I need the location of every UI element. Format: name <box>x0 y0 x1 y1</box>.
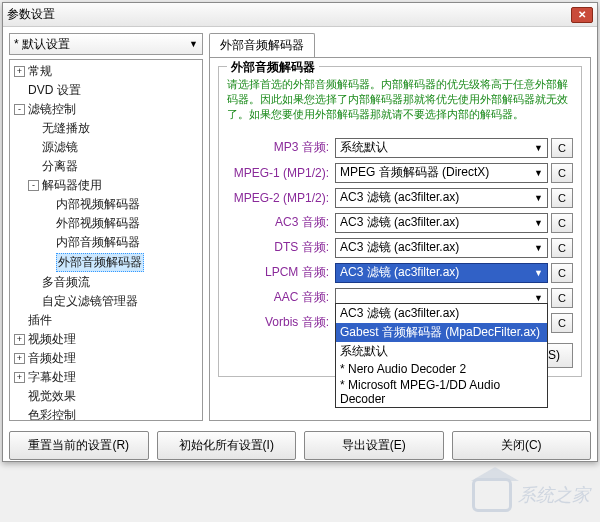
expand-icon[interactable]: + <box>14 372 25 383</box>
row-label: Vorbis 音频: <box>227 314 335 331</box>
tree-node-label[interactable]: 源滤镜 <box>42 139 78 156</box>
tree-node[interactable]: +常规 <box>10 62 202 81</box>
dropdown-option[interactable]: 系统默认 <box>336 342 547 361</box>
decoder-select-mpeg2[interactable]: AC3 滤镜 (ac3filter.ax)▼ <box>335 188 548 208</box>
tree-node-label[interactable]: 音频处理 <box>28 350 76 367</box>
tree-node-label[interactable]: 视觉效果 <box>28 388 76 405</box>
tree-node-label[interactable]: 自定义滤镜管理器 <box>42 293 138 310</box>
tree-node-label[interactable]: 字幕处理 <box>28 369 76 386</box>
dropdown-option[interactable]: * Nero Audio Decoder 2 <box>336 361 547 377</box>
tree-node[interactable]: +插件 <box>10 311 202 330</box>
decoder-select-dts[interactable]: AC3 滤镜 (ac3filter.ax)▼ <box>335 238 548 258</box>
select-value: AC3 滤镜 (ac3filter.ax) <box>340 264 459 281</box>
tree-node-label[interactable]: 色彩控制 <box>28 407 76 421</box>
row-label: AC3 音频: <box>227 214 335 231</box>
decoder-select-ac3[interactable]: AC3 滤镜 (ac3filter.ax)▼ <box>335 213 548 233</box>
tree-node[interactable]: +色彩控制 <box>10 406 202 421</box>
decoder-row-mpeg2: MPEG-2 (MP1/2):AC3 滤镜 (ac3filter.ax)▼C <box>227 188 573 208</box>
watermark: 系统之家 <box>472 478 590 512</box>
chevron-down-icon: ▼ <box>534 293 543 303</box>
row-label: LPCM 音频: <box>227 264 335 281</box>
tree-node-label[interactable]: 内部视频解码器 <box>56 196 140 213</box>
tree-node[interactable]: +DVD 设置 <box>10 81 202 100</box>
tree-node-label[interactable]: 滤镜控制 <box>28 101 76 118</box>
reset-current-button[interactable]: 重置当前的设置(R) <box>9 431 149 460</box>
tree-node-label[interactable]: 外部视频解码器 <box>56 215 140 232</box>
decoder-row-lpcm: LPCM 音频:AC3 滤镜 (ac3filter.ax)▼CAC3 滤镜 (a… <box>227 263 573 283</box>
window-close-button[interactable]: ✕ <box>571 7 593 23</box>
expand-icon[interactable]: + <box>14 353 25 364</box>
decoder-select-mp3[interactable]: 系统默认▼ <box>335 138 548 158</box>
tree-node[interactable]: -解码器使用 <box>10 176 202 195</box>
collapse-icon[interactable]: - <box>14 104 25 115</box>
clear-button[interactable]: C <box>551 213 573 233</box>
decoder-select-lpcm[interactable]: AC3 滤镜 (ac3filter.ax)▼ <box>335 263 548 283</box>
window-title: 参数设置 <box>7 6 571 23</box>
decoder-select-mpeg1[interactable]: MPEG 音频解码器 (DirectX)▼ <box>335 163 548 183</box>
tree-node[interactable]: +视频处理 <box>10 330 202 349</box>
chevron-down-icon: ▼ <box>534 268 543 278</box>
footer: 重置当前的设置(R) 初始化所有设置(I) 导出设置(E) 关闭(C) <box>3 427 597 464</box>
collapse-icon[interactable]: - <box>28 180 39 191</box>
select-value: MPEG 音频解码器 (DirectX) <box>340 164 489 181</box>
help-text: 请选择首选的外部音频解码器。内部解码器的优先级将高于任意外部解码器。因此如果您选… <box>227 77 573 122</box>
tree-node-label[interactable]: 解码器使用 <box>42 177 102 194</box>
decoder-row-dts: DTS 音频:AC3 滤镜 (ac3filter.ax)▼C <box>227 238 573 258</box>
tree-node-label[interactable]: DVD 设置 <box>28 82 81 99</box>
tree-node[interactable]: +内部音频解码器 <box>10 233 202 252</box>
tree-node[interactable]: +多音频流 <box>10 273 202 292</box>
decoder-row-mpeg1: MPEG-1 (MP1/2):MPEG 音频解码器 (DirectX)▼C <box>227 163 573 183</box>
select-value: AC3 滤镜 (ac3filter.ax) <box>340 214 459 231</box>
decoder-dropdown-list[interactable]: AC3 滤镜 (ac3filter.ax)Gabest 音频解码器 (MpaDe… <box>335 303 548 408</box>
chevron-down-icon: ▼ <box>534 218 543 228</box>
titlebar: 参数设置 ✕ <box>3 3 597 27</box>
tree-node-label[interactable]: 外部音频解码器 <box>56 253 144 272</box>
clear-button[interactable]: C <box>551 163 573 183</box>
tree-node-label[interactable]: 无缝播放 <box>42 120 90 137</box>
preset-label: * 默认设置 <box>14 36 70 53</box>
settings-tree[interactable]: +常规+DVD 设置-滤镜控制+无缝播放+源滤镜+分离器-解码器使用+内部视频解… <box>9 59 203 421</box>
tree-node[interactable]: +音频处理 <box>10 349 202 368</box>
tree-node[interactable]: +视觉效果 <box>10 387 202 406</box>
chevron-down-icon: ▼ <box>534 193 543 203</box>
tree-node[interactable]: +外部视频解码器 <box>10 214 202 233</box>
tree-node[interactable]: +分离器 <box>10 157 202 176</box>
export-button[interactable]: 导出设置(E) <box>304 431 444 460</box>
clear-button[interactable]: C <box>551 263 573 283</box>
tree-node-label[interactable]: 视频处理 <box>28 331 76 348</box>
row-label: AAC 音频: <box>227 289 335 306</box>
settings-panel: 外部音频解码器 请选择首选的外部音频解码器。内部解码器的优先级将高于任意外部解码… <box>209 57 591 421</box>
row-label: DTS 音频: <box>227 239 335 256</box>
expand-icon[interactable]: + <box>14 66 25 77</box>
tree-node-label[interactable]: 多音频流 <box>42 274 90 291</box>
expand-icon[interactable]: + <box>14 334 25 345</box>
clear-button[interactable]: C <box>551 288 573 308</box>
clear-button[interactable]: C <box>551 238 573 258</box>
init-all-button[interactable]: 初始化所有设置(I) <box>157 431 297 460</box>
tree-node-label[interactable]: 分离器 <box>42 158 78 175</box>
tree-node-label[interactable]: 插件 <box>28 312 52 329</box>
clear-button[interactable]: C <box>551 188 573 208</box>
tree-node[interactable]: +自定义滤镜管理器 <box>10 292 202 311</box>
tab-external-audio-decoder[interactable]: 外部音频解码器 <box>209 33 315 57</box>
chevron-down-icon: ▼ <box>534 243 543 253</box>
tree-node-label[interactable]: 内部音频解码器 <box>56 234 140 251</box>
clear-button[interactable]: C <box>551 138 573 158</box>
dropdown-option[interactable]: AC3 滤镜 (ac3filter.ax) <box>336 304 547 323</box>
house-icon <box>472 478 512 512</box>
tree-node[interactable]: +字幕处理 <box>10 368 202 387</box>
close-button[interactable]: 关闭(C) <box>452 431 592 460</box>
chevron-down-icon: ▼ <box>189 39 198 49</box>
dropdown-option[interactable]: * Microsoft MPEG-1/DD Audio Decoder <box>336 377 547 407</box>
chevron-down-icon: ▼ <box>534 143 543 153</box>
dropdown-option[interactable]: Gabest 音频解码器 (MpaDecFilter.ax) <box>336 323 547 342</box>
tree-node-label[interactable]: 常规 <box>28 63 52 80</box>
group-legend: 外部音频解码器 <box>227 59 319 76</box>
preset-dropdown[interactable]: * 默认设置 ▼ <box>9 33 203 55</box>
tree-node[interactable]: +内部视频解码器 <box>10 195 202 214</box>
clear-button[interactable]: C <box>551 313 573 333</box>
tree-node[interactable]: +外部音频解码器 <box>10 252 202 273</box>
tree-node[interactable]: -滤镜控制 <box>10 100 202 119</box>
tree-node[interactable]: +无缝播放 <box>10 119 202 138</box>
tree-node[interactable]: +源滤镜 <box>10 138 202 157</box>
